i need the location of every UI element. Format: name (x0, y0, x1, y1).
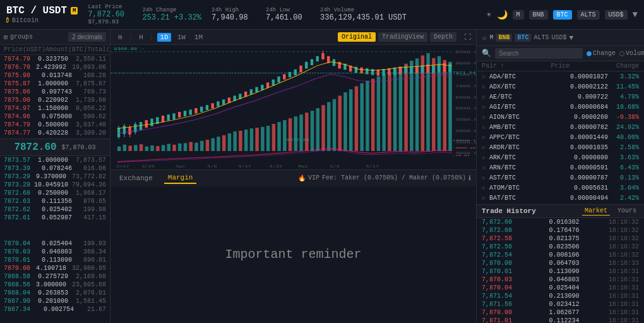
table-row[interactable]: 7870.004.19071832,980.95 (0, 264, 110, 272)
svg-rect-64 (360, 83, 363, 151)
list-item[interactable]: ☆ APPC/BTC 0.00001449 40.00% (477, 132, 644, 142)
table-row[interactable]: 7873.299.37000073,772.82 (0, 173, 110, 181)
decimals-button[interactable]: 2 decimals (68, 32, 106, 42)
volume-radio[interactable]: Volume (619, 50, 644, 57)
table-row[interactable]: 7867.900.2010001,581.45 (0, 297, 110, 305)
filter-dropdown-icon[interactable]: ▼ (569, 34, 574, 42)
table-row[interactable]: 7875.871.0000007,875.87 (0, 80, 110, 88)
table-row[interactable]: 7875.980.013748108.28 (0, 71, 110, 80)
tf-1m[interactable]: 1M (192, 33, 205, 42)
vip-label: VIP (308, 174, 319, 181)
star-filter-icon[interactable]: ☆ (482, 32, 487, 43)
table-row[interactable]: 7874.971.1500009,056.22 (0, 104, 110, 113)
usd-filter[interactable]: USD$ (552, 34, 567, 41)
tag-btc[interactable]: BTC (553, 10, 572, 20)
star-icon[interactable]: ☆ (482, 194, 486, 202)
list-item[interactable]: ☆ AION/BTC 0.0000260 -0.38% (477, 112, 644, 122)
list-item[interactable]: ☆ AST/BTC 0.00000787 0.13% (477, 173, 644, 183)
tf-h[interactable]: H (136, 33, 146, 42)
list-item[interactable]: ☆ BAT/BTC 0.00000494 2.42% (477, 193, 644, 203)
star-icon[interactable]: ☆ (482, 123, 486, 131)
star-icon[interactable]: ☆ (482, 143, 486, 151)
svg-rect-131 (366, 68, 368, 75)
table-row[interactable]: 7874.790.3237502,550.11 (0, 55, 110, 63)
table-row[interactable]: 7870.040.025404199.93 (0, 240, 110, 248)
col-pair[interactable]: Pair ↑ (482, 63, 504, 70)
sun-icon[interactable]: ☀ (486, 9, 491, 20)
list-item[interactable]: ☆ ATOM/BTC 0.0005631 3.04% (477, 183, 644, 193)
view-original[interactable]: Original (338, 32, 376, 42)
list-item[interactable]: ☆ AGI/BTC 0.00000684 10.68% (477, 102, 644, 112)
table-row[interactable]: 7867.340.00275421.67 (0, 305, 110, 314)
tag-usd[interactable]: USD$ (605, 10, 628, 20)
table-row[interactable]: 7874.790.5000003,937.40 (0, 121, 110, 129)
table-row[interactable]: 7873.390.078246616.06 (0, 164, 110, 173)
star-icon[interactable]: ☆ (482, 103, 486, 111)
svg-rect-57 (321, 105, 325, 151)
list-item[interactable]: ☆ ARDR/BTC 0.00001035 2.58% (477, 142, 644, 152)
list-item[interactable]: ☆ ADA/BTC 0.00001027 3.32% (477, 71, 644, 82)
tab-exchange[interactable]: Exchange (116, 173, 157, 183)
m-filter[interactable]: M (489, 34, 493, 41)
svg-rect-40 (228, 133, 231, 151)
table-row[interactable]: 7872.610.052987417.15 (0, 214, 110, 222)
tag-bnb[interactable]: BNB (529, 10, 548, 20)
table-row[interactable]: 7868.563.00000023,605.68 (0, 281, 110, 289)
star-icon[interactable]: ☆ (482, 73, 486, 80)
table-row[interactable]: 7875.060.097743769.73 (0, 88, 110, 96)
list-item[interactable]: ☆ AMB/BTC 0.00000782 24.92% (477, 122, 644, 132)
view-tradingview[interactable]: TradingView (378, 32, 427, 42)
alts-filter[interactable]: ALTS (534, 34, 549, 41)
table-row: 7,872.60 0.176476 16:10:32 (477, 226, 644, 235)
table-row[interactable]: 7874.960.075000590.62 (0, 113, 110, 121)
tf-1d[interactable]: 1D (157, 33, 170, 42)
table-row[interactable]: 7872.630.111356876.65 (0, 197, 110, 205)
list-item[interactable]: ☆ ARN/BTC 0.00000591 6.43% (477, 162, 644, 173)
table-row[interactable]: 7870.030.046803368.34 (0, 248, 110, 256)
pair-title: BTC / USDT (6, 5, 67, 16)
svg-rect-130 (360, 68, 362, 74)
list-item[interactable]: ☆ AE/BTC 0.000722 4.79% (477, 92, 644, 102)
tag-alts[interactable]: ALTS (577, 10, 600, 20)
star-icon[interactable]: ☆ (482, 174, 486, 181)
yours-tab[interactable]: Yours (615, 207, 639, 216)
pair-change: 11.45% (611, 83, 639, 90)
star-icon[interactable]: ☆ (482, 154, 486, 161)
table-row[interactable]: 7874.770.4202283,309.20 (0, 129, 110, 137)
table-row[interactable]: 7876.702.42399219,093.06 (0, 63, 110, 71)
star-icon[interactable]: ☆ (482, 184, 486, 192)
table-row[interactable]: 7872.680.2500001,968.17 (0, 189, 110, 197)
list-item[interactable]: ☆ ARK/BTC 0.0000800 3.63% (477, 152, 644, 162)
bnb-filter[interactable]: BNB (496, 34, 512, 42)
last-price-sub: $7,870.03 (88, 19, 132, 25)
btc-filter[interactable]: BTC (515, 34, 531, 42)
table-row[interactable]: 7868.040.2638532,076.01 (0, 289, 110, 297)
market-tab[interactable]: Market (582, 207, 610, 216)
tab-margin[interactable]: Margin (164, 173, 197, 184)
star-icon[interactable]: ☆ (482, 93, 486, 101)
table-row[interactable]: 7868.580.2757292,169.60 (0, 272, 110, 281)
table-row[interactable]: 7873.571.0000007,873.57 (0, 156, 110, 164)
list-item[interactable]: ☆ ADX/BTC 0.00002122 11.45% (477, 82, 644, 92)
table-row[interactable]: 7872.620.025402199.98 (0, 205, 110, 214)
star-icon[interactable]: ☆ (482, 83, 486, 90)
search-input[interactable] (495, 48, 583, 59)
star-icon[interactable]: ☆ (482, 113, 486, 121)
dropdown-icon[interactable]: ▼ (633, 9, 638, 20)
star-icon[interactable]: ☆ (482, 164, 486, 171)
table-row[interactable]: 7875.000.2209021,739.60 (0, 96, 110, 104)
table-row: 7,870.01 0.113090 16:10:31 (477, 267, 644, 276)
moon-icon[interactable]: 🌙 (497, 9, 508, 20)
svg-rect-80 (448, 62, 451, 151)
tf-1w[interactable]: 1W (175, 33, 188, 42)
tf-m[interactable]: m (116, 33, 125, 42)
fee-info: Fee: Taker (0.0750%) / Maker (0.0750%) (322, 174, 466, 181)
view-depth[interactable]: Depth (430, 32, 456, 42)
fullscreen-icon[interactable]: ⛶ (464, 33, 471, 41)
fee-info-icon[interactable]: ℹ (468, 174, 471, 182)
change-radio[interactable]: Change (587, 50, 616, 57)
tag-m[interactable]: M (513, 10, 524, 20)
star-icon[interactable]: ☆ (482, 133, 486, 141)
table-row[interactable]: 7870.010.113090890.01 (0, 256, 110, 264)
table-row[interactable]: 7873.2910.04591079,094.36 (0, 181, 110, 189)
